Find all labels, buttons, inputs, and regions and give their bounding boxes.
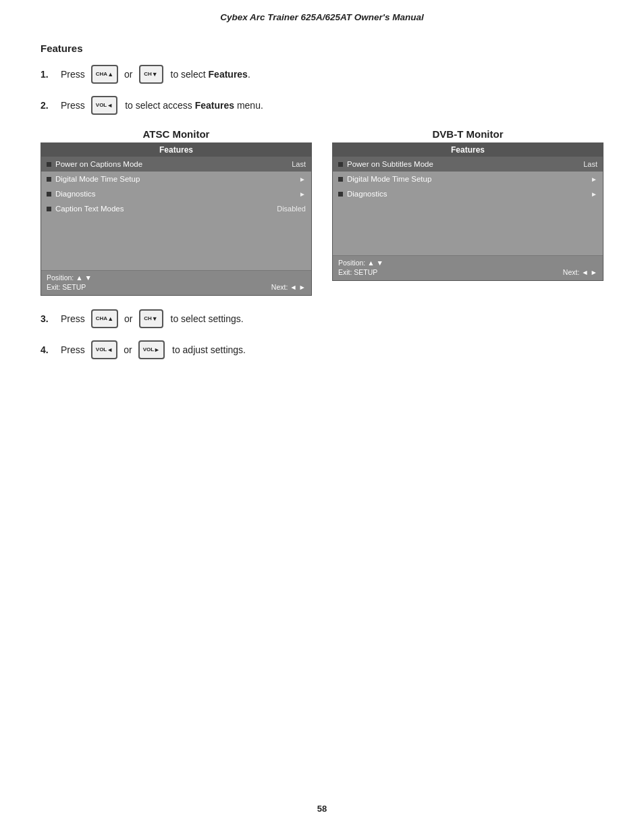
step-1-number: 1. (41, 69, 61, 80)
dvbt-menu: Power on Subtitles Mode Last Digital Mod… (333, 157, 603, 255)
atsc-item-3-value: Disabled (277, 205, 306, 213)
vol-button[interactable]: VOL ◄ (91, 96, 117, 115)
dvbt-monitor-screen: Features Power on Subtitles Mode Last Di… (332, 142, 603, 281)
ch-down-label: CH (144, 72, 152, 77)
step-2-number: 2. (41, 100, 61, 111)
dvbt-menu-item-1: Digital Mode Time Setup ► (333, 172, 603, 186)
dvbt-item-1-arrow: ► (591, 176, 597, 183)
dvbt-item-0-label: Power on Subtitles Mode (347, 160, 433, 168)
atsc-item-1-label: Digital Mode Time Setup (55, 175, 140, 183)
step-2-button-group: VOL ◄ (91, 96, 117, 115)
header-title: Cybex Arc Trainer 625A/625AT Owner's Man… (220, 12, 424, 22)
dvbt-menu-item-2: Diagnostics ► (333, 186, 603, 201)
atsc-item-1-arrow: ► (299, 176, 306, 183)
page-number: 58 (317, 804, 327, 814)
page-header: Cybex Arc Trainer 625A/625AT Owner's Man… (0, 0, 644, 29)
atsc-bullet-1 (47, 177, 51, 182)
atsc-bullet-2 (47, 192, 51, 197)
ch-down-button-3[interactable]: CH ▼ (139, 309, 163, 328)
atsc-bullet-0 (47, 162, 51, 167)
atsc-menu: Power on Captions Mode Last Digital Mode… (41, 157, 311, 270)
dvbt-footer-position: Position: ▲ ▼ (338, 259, 383, 267)
vol-left-label-4: VOL (96, 347, 107, 353)
vol-left-arrow-4: ◄ (107, 347, 113, 353)
ch-down-button[interactable]: CH ▼ (139, 65, 163, 84)
dvbt-monitor-block: DVB-T Monitor Features Power on Subtitle… (332, 128, 603, 296)
dvbt-screen-header: Features (333, 143, 603, 157)
step-2: 2. Press VOL ◄ to select access Features… (41, 96, 603, 115)
ch-down-arrow: ▼ (152, 72, 158, 78)
atsc-item-3-label: Caption Text Modes (55, 205, 124, 213)
step-1: 1. Press CHA ▲ or CH ▼ to select Feature… (41, 65, 603, 84)
ch-down-arrow-3: ▼ (152, 316, 158, 322)
cha-up-arrow-3: ▲ (107, 316, 113, 322)
page-footer: 58 (0, 804, 644, 814)
cha-up-label: CHA (96, 72, 107, 77)
step-4-press-label: Press (61, 344, 85, 355)
cha-up-button-3[interactable]: CHA ▲ (91, 309, 118, 328)
step-1-or: or (124, 69, 132, 80)
monitors-row: ATSC Monitor Features Power on Captions … (41, 128, 603, 296)
step-3-text: to select settings. (171, 313, 244, 324)
step-4-text: to adjust settings. (172, 344, 246, 355)
atsc-footer-exit-row: Exit: SETUP Next: ◄ ► (47, 283, 306, 291)
cha-up-button[interactable]: CHA ▲ (91, 65, 118, 84)
step-1-text: to select Features. (171, 69, 250, 80)
atsc-empty-space (41, 216, 311, 270)
vol-right-arrow-4: ► (154, 347, 160, 353)
dvbt-item-2-arrow: ► (591, 190, 597, 198)
dvbt-footer: Position: ▲ ▼ Exit: SETUP Next: ◄ ► (333, 255, 603, 280)
dvbt-item-0-value: Last (583, 160, 597, 168)
dvbt-monitor-title: DVB-T Monitor (332, 128, 603, 140)
dvbt-footer-next: Next: ◄ ► (563, 268, 597, 276)
vol-right-button-4[interactable]: VOL ► (138, 340, 165, 359)
step-2-text: to select access Features menu. (125, 100, 263, 111)
dvbt-item-2-label: Diagnostics (347, 190, 387, 198)
step-3-number: 3. (41, 313, 61, 324)
dvbt-empty-space (333, 201, 603, 255)
atsc-menu-item-2: Diagnostics ► (41, 186, 311, 201)
atsc-monitor-title: ATSC Monitor (41, 128, 312, 140)
step-4-button-group: VOL ◄ (91, 340, 117, 359)
vol-right-label-4: VOL (143, 347, 154, 353)
step-3: 3. Press CHA ▲ or CH ▼ to select setting… (41, 309, 603, 328)
ch-down-label-3: CH (144, 316, 152, 321)
atsc-screen-header: Features (41, 143, 311, 157)
atsc-footer-position: Position: ▲ ▼ (47, 273, 92, 282)
cha-up-arrow: ▲ (107, 72, 113, 78)
atsc-item-2-label: Diagnostics (55, 190, 95, 198)
dvbt-footer-exit: Exit: SETUP (338, 268, 377, 276)
atsc-footer-position-row: Position: ▲ ▼ (47, 273, 306, 282)
cha-up-label-3: CHA (96, 316, 107, 321)
dvbt-item-1-label: Digital Mode Time Setup (347, 175, 431, 183)
section-title: Features (41, 43, 603, 54)
step-1-press-label: Press (61, 69, 85, 80)
dvbt-bullet-0 (338, 162, 343, 167)
step-1-button-group: CHA ▲ (91, 65, 118, 84)
atsc-menu-item-3: Caption Text Modes Disabled (41, 201, 311, 216)
step-2-press-label: Press (61, 100, 85, 111)
atsc-item-2-arrow: ► (299, 190, 306, 198)
vol-arrow: ◄ (107, 103, 113, 109)
atsc-monitor-screen: Features Power on Captions Mode Last Dig… (41, 142, 312, 296)
step-4-or: or (124, 344, 132, 355)
dvbt-footer-position-row: Position: ▲ ▼ (338, 259, 597, 267)
atsc-item-0-label: Power on Captions Mode (55, 160, 142, 168)
atsc-footer: Position: ▲ ▼ Exit: SETUP Next: ◄ ► (41, 270, 311, 295)
atsc-menu-item-0: Power on Captions Mode Last (41, 157, 311, 172)
step-3-button-group2: CH ▼ (139, 309, 163, 328)
dvbt-bullet-1 (338, 177, 343, 182)
step-4-button-group2: VOL ► (138, 340, 165, 359)
dvbt-menu-item-0: Power on Subtitles Mode Last (333, 157, 603, 172)
atsc-footer-next: Next: ◄ ► (271, 283, 306, 291)
step-1-button-group2: CH ▼ (139, 65, 163, 84)
dvbt-bullet-2 (338, 192, 343, 197)
vol-left-button-4[interactable]: VOL ◄ (91, 340, 117, 359)
atsc-item-0-value: Last (292, 160, 306, 168)
step-4-number: 4. (41, 344, 61, 355)
atsc-footer-exit: Exit: SETUP (47, 283, 86, 291)
atsc-bullet-3 (47, 207, 51, 211)
vol-label: VOL (96, 103, 107, 108)
atsc-monitor-block: ATSC Monitor Features Power on Captions … (41, 128, 312, 296)
step-3-button-group: CHA ▲ (91, 309, 118, 328)
